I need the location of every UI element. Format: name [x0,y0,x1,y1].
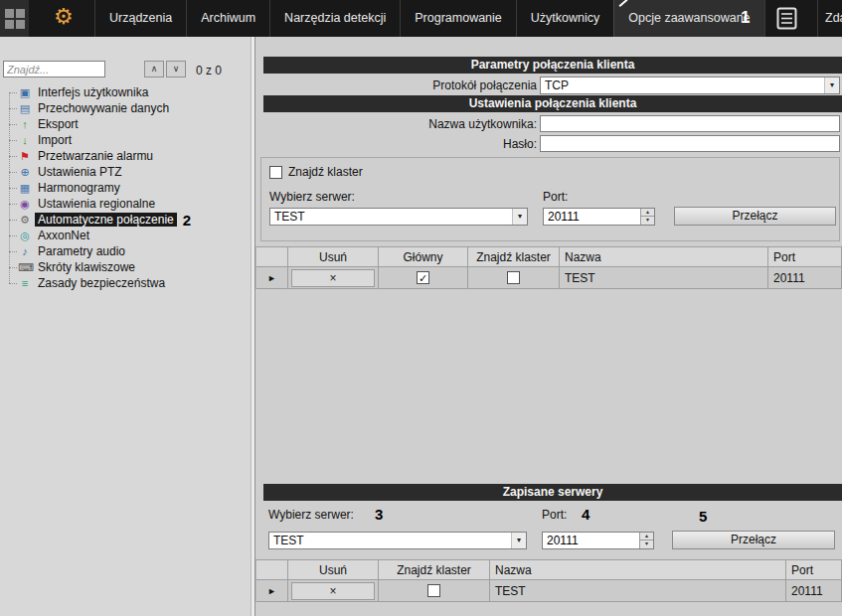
delete-server-button[interactable]: × [291,582,375,600]
storage-icon: ▤ [18,102,32,115]
tree-item-label: Przetwarzanie alarmu [35,149,156,163]
monitor-icon: ▣ [18,86,32,99]
server-name-cell: TEST [560,267,768,289]
spin-up-icon[interactable]: ▴ [640,209,654,217]
username-input[interactable] [540,115,840,132]
tab-programowanie[interactable]: Programowanie [400,0,516,37]
sidebar-item-ustawienia-regionalne[interactable]: ◉ Ustawienia regionalne [0,196,251,212]
protocol-select-value: TCP [545,78,569,92]
table-header-find-cluster: Znajdź klaster [468,247,560,267]
saved-server-select[interactable]: TEST ▾ [268,532,527,549]
tree-item-label: Skróty klawiszowe [35,260,138,274]
server-select[interactable]: TEST ▾ [269,208,528,226]
tab-archiwum[interactable]: Archiwum [186,0,269,37]
protocol-select[interactable]: TCP ▾ [540,77,840,94]
row-marker-icon: ► [267,273,276,283]
keyboard-icon: ⌨ [18,261,32,274]
sidebar-item-zasady-bezpieczenstwa[interactable]: ≡ Zasady bezpieczeństwa [0,275,251,291]
servers-table: Usuń Główny Znajdź klaster Nazwa Port ► … [255,246,842,289]
delete-cell: × [288,580,379,602]
annotation-2: 2 [183,212,191,229]
server-name-cell: TEST [490,580,786,602]
sidebar-item-import[interactable]: ↓ Import [0,132,251,148]
top-menu-bar: ⚙ Urządzenia Archiwum Narzędzia detekcji… [0,0,842,37]
server-port-cell: 20111 [786,580,842,602]
search-prev-button[interactable]: ∧ [144,61,164,77]
events-board-icon[interactable] [776,7,797,34]
search-next-button[interactable]: ∨ [166,61,186,77]
annotation-3: 3 [375,506,383,523]
saved-port-stepper: ▴ ▾ [542,532,654,549]
sidebar-item-interfejs-uzytkownika[interactable]: ▣ Interfejs użytkownika [0,84,251,100]
password-input[interactable] [540,135,840,152]
section-header-client-settings: Ustawienia połączenia klienta [263,95,842,112]
application-window: ⚙ Urządzenia Archiwum Narzędzia detekcji… [0,0,842,616]
saved-select-server-label: Wybierz serwer: [268,507,354,524]
table-header-port: Port [768,247,842,267]
settings-gear-icon[interactable]: ⚙ [54,4,74,30]
find-cluster-label: Znajdź klaster [288,164,363,181]
sidebar-item-harmonogramy[interactable]: ▦ Harmonogramy [0,180,251,196]
main-tabs: Urządzenia Archiwum Narzędzia detekcji P… [94,0,765,37]
tab-uzytkownicy[interactable]: Użytkownicy [516,0,613,37]
tree-item-label: AxxonNet [35,229,92,242]
spin-down-icon[interactable]: ▾ [639,540,653,548]
port-input[interactable] [544,209,639,225]
row-marker-icon: ► [267,586,276,596]
switch-button[interactable]: Przełącz [674,207,836,226]
apps-grid-icon[interactable] [0,0,29,37]
protocol-label: Protokół połączenia [263,77,537,94]
tree-item-label: Eksport [35,117,82,131]
select-server-label: Wybierz serwer: [269,189,355,206]
settings-tree-panel: ∧ ∨ 0 z 0 ▣ Interfejs użytkownika ▤ Prze… [0,37,251,616]
tab-narzedzia-detekcji[interactable]: Narzędzia detekcji [269,0,400,37]
find-cluster-cell [379,580,490,602]
sidebar-item-axxonnet[interactable]: ◎ AxxonNet [0,228,251,243]
row-find-cluster-checkbox[interactable] [507,271,520,284]
find-cluster-checkbox[interactable] [269,166,282,179]
table-header-delete: Usuń [288,247,379,267]
row-selector[interactable]: ► [256,267,288,289]
schedule-icon: ▦ [18,182,32,195]
table-header-main: Główny [379,247,468,267]
table-header-delete: Usuń [288,560,379,580]
server-port-cell: 20111 [768,267,842,289]
tree-item-label: Parametry audio [35,244,128,258]
spin-up-icon[interactable]: ▴ [639,533,653,540]
tile-square [5,9,14,18]
row-find-cluster-checkbox[interactable] [427,584,440,597]
saved-port-input[interactable] [543,533,638,548]
settings-tree: ▣ Interfejs użytkownika ▤ Przechowywanie… [0,84,251,291]
username-label: Nazwa użytkownika: [263,116,537,133]
tree-item-label: Ustawienia regionalne [35,197,158,211]
search-result-counter: 0 z 0 [196,64,222,77]
panel-splitter[interactable] [251,37,255,616]
tile-square [16,9,25,18]
tree-item-label: Przechowywanie danych [35,101,172,115]
chevron-down-icon: ▾ [824,77,839,93]
main-server-checkbox[interactable]: ✓ [417,271,429,284]
sidebar-item-parametry-audio[interactable]: ♪ Parametry audio [0,243,251,259]
alarm-icon: ⚑ [18,150,32,163]
annotation-5: 5 [699,508,707,525]
password-label: Hasło: [263,136,537,153]
sidebar-item-przechowywanie-danych[interactable]: ▤ Przechowywanie danych [0,100,251,116]
sidebar-item-przetwarzanie-alarmu[interactable]: ⚑ Przetwarzanie alarmu [0,148,251,164]
axxonnet-globe-icon: ◎ [18,230,32,242]
saved-switch-button[interactable]: Przełącz [672,531,835,549]
saved-server-select-value: TEST [273,534,304,547]
sidebar-item-eksport[interactable]: ↑ Eksport [0,116,251,132]
delete-server-button[interactable]: × [291,269,375,287]
table-header-corner [256,560,288,580]
tree-search-input[interactable] [3,61,105,77]
spin-down-icon[interactable]: ▾ [640,217,654,225]
tab-urzadzenia[interactable]: Urządzenia [94,0,186,37]
table-header-port: Port [786,560,842,580]
tree-item-label: Zasady bezpieczeństwa [35,276,168,290]
row-selector[interactable]: ► [256,580,288,602]
sidebar-item-ustawienia-ptz[interactable]: ⊕ Ustawienia PTZ [0,164,251,180]
sidebar-item-skroty-klawiszowe[interactable]: ⌨ Skróty klawiszowe [0,259,251,275]
sidebar-item-automatyczne-polaczenie[interactable]: ⚙ Automatyczne połączenie 2 [0,212,251,228]
tab-zdarzenia[interactable]: Zda [817,0,842,37]
saved-servers-table: Usuń Znajdź klaster Nazwa Port ► × TEST … [255,559,842,602]
